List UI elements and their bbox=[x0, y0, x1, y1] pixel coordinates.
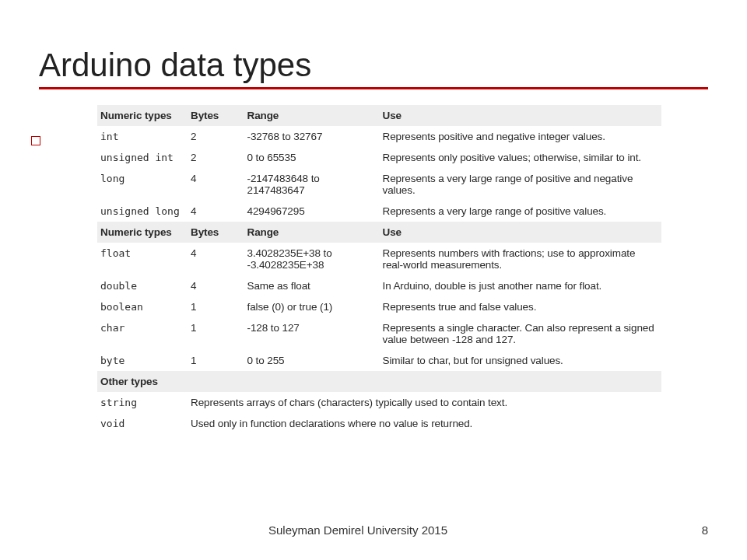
table-row: unsigned long 4 4294967295 Represents a … bbox=[97, 201, 661, 222]
table-row: float 4 3.4028235E+38 to -3.4028235E+38 … bbox=[97, 243, 661, 275]
cell-type: string bbox=[97, 392, 188, 413]
cell-bytes: 4 bbox=[188, 168, 244, 201]
table-row: void Used only in function declarations … bbox=[97, 413, 661, 434]
cell-use: Represents a single character. Can also … bbox=[380, 317, 662, 350]
table-row: string Represents arrays of chars (chara… bbox=[97, 392, 661, 413]
cell-range: 0 to 65535 bbox=[244, 147, 380, 168]
cell-bytes: 2 bbox=[188, 147, 244, 168]
table-row: boolean 1 false (0) or true (1) Represen… bbox=[97, 296, 661, 317]
cell-type: boolean bbox=[97, 296, 188, 317]
col-header-range: Range bbox=[244, 222, 380, 243]
cell-use: Represents positive and negative integer… bbox=[380, 126, 662, 147]
table-row: unsigned int 2 0 to 65535 Represents onl… bbox=[97, 147, 661, 168]
bullet-square-icon bbox=[31, 136, 40, 145]
cell-desc: Represents arrays of chars (characters) … bbox=[188, 392, 661, 413]
table-row: char 1 -128 to 127 Represents a single c… bbox=[97, 317, 661, 350]
col-header-bytes: Bytes bbox=[188, 222, 244, 243]
footer-text: Suleyman Demirel University 2015 bbox=[39, 523, 677, 537]
cell-range: 0 to 255 bbox=[244, 350, 380, 371]
cell-type: void bbox=[97, 413, 188, 434]
cell-desc: Used only in function declarations where… bbox=[188, 413, 661, 434]
col-header-bytes: Bytes bbox=[188, 105, 244, 126]
page-number: 8 bbox=[677, 523, 708, 537]
cell-bytes: 1 bbox=[188, 317, 244, 350]
cell-type: long bbox=[97, 168, 188, 201]
table-row: long 4 -2147483648 to 2147483647 Represe… bbox=[97, 168, 661, 201]
cell-type: int bbox=[97, 126, 188, 147]
col-header-type: Numeric types bbox=[97, 222, 188, 243]
cell-range: 3.4028235E+38 to -3.4028235E+38 bbox=[244, 243, 380, 275]
cell-use: Represents true and false values. bbox=[380, 296, 662, 317]
data-types-table: Numeric types Bytes Range Use int 2 -327… bbox=[97, 105, 661, 434]
title-rule bbox=[39, 87, 708, 89]
cell-type: double bbox=[97, 275, 188, 296]
cell-bytes: 1 bbox=[188, 296, 244, 317]
slide: Arduino data types Numeric types Bytes R… bbox=[0, 0, 747, 560]
cell-range: false (0) or true (1) bbox=[244, 296, 380, 317]
table-row: byte 1 0 to 255 Similar to char, but for… bbox=[97, 350, 661, 371]
cell-type: unsigned int bbox=[97, 147, 188, 168]
cell-use: Represents numbers with fractions; use t… bbox=[380, 243, 662, 275]
cell-use: In Arduino, double is just another name … bbox=[380, 275, 662, 296]
col-header-range: Range bbox=[244, 105, 380, 126]
cell-use: Represents a very large range of positiv… bbox=[380, 201, 662, 222]
table-header-row: Numeric types Bytes Range Use bbox=[97, 222, 661, 243]
col-header-type: Numeric types bbox=[97, 105, 188, 126]
cell-range: Same as float bbox=[244, 275, 380, 296]
table-header-row: Other types bbox=[97, 371, 661, 392]
cell-bytes: 4 bbox=[188, 201, 244, 222]
cell-bytes: 2 bbox=[188, 126, 244, 147]
cell-type: byte bbox=[97, 350, 188, 371]
cell-type: float bbox=[97, 243, 188, 275]
cell-range: -128 to 127 bbox=[244, 317, 380, 350]
cell-use: Represents only positive values; otherwi… bbox=[380, 147, 662, 168]
cell-type: char bbox=[97, 317, 188, 350]
slide-footer: Suleyman Demirel University 2015 8 bbox=[39, 523, 708, 537]
cell-use: Similar to char, but for unsigned values… bbox=[380, 350, 662, 371]
cell-bytes: 1 bbox=[188, 350, 244, 371]
col-header-use: Use bbox=[380, 105, 662, 126]
cell-bytes: 4 bbox=[188, 275, 244, 296]
cell-range: 4294967295 bbox=[244, 201, 380, 222]
cell-type: unsigned long bbox=[97, 201, 188, 222]
table-header-row: Numeric types Bytes Range Use bbox=[97, 105, 661, 126]
cell-bytes: 4 bbox=[188, 243, 244, 275]
table-row: double 4 Same as float In Arduino, doubl… bbox=[97, 275, 661, 296]
table-row: int 2 -32768 to 32767 Represents positiv… bbox=[97, 126, 661, 147]
title-block: Arduino data types bbox=[39, 47, 708, 89]
cell-range: -32768 to 32767 bbox=[244, 126, 380, 147]
slide-title: Arduino data types bbox=[39, 47, 708, 84]
col-header-other: Other types bbox=[97, 371, 661, 392]
cell-range: -2147483648 to 2147483647 bbox=[244, 168, 380, 201]
cell-use: Represents a very large range of positiv… bbox=[380, 168, 662, 201]
col-header-use: Use bbox=[380, 222, 662, 243]
